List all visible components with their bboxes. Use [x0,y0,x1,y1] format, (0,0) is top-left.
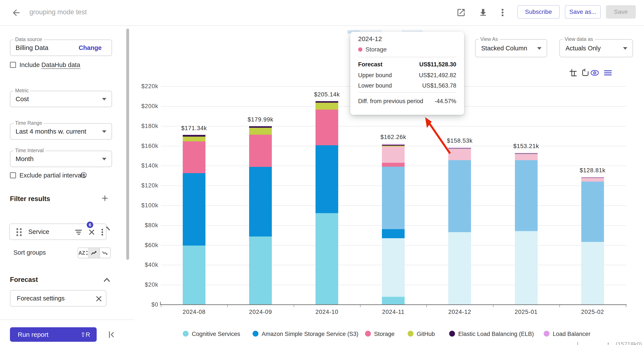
bar-segment-github[interactable] [316,103,338,110]
report-builder-app: grouping mode test Subscribe Save as... … [0,0,644,345]
legend-label-amazon-simple-storage-service-s3-[interactable]: Amazon Simple Storage Service (S3) [262,331,358,338]
legend-label-elastic-load-balancing-elb-[interactable]: Elastic Load Balancing (ELB) [458,331,534,338]
chevron-down-icon [623,47,627,50]
y-axis-tick-label: $0 [128,301,158,308]
bar-segment-storage[interactable] [382,147,404,163]
bar-segment-amazon-simple-storage-service-s3-[interactable] [581,182,604,242]
bar-segment-elastic-load-balancing-elb-[interactable] [382,145,404,146]
legend-dot-amazon-simple-storage-service-s3-[interactable] [252,331,258,337]
bar-segment-amazon-simple-storage-service-s3-[interactable] [183,173,206,245]
x-axis-tick [294,305,294,307]
report-title[interactable]: grouping mode test [30,8,87,16]
bar-segment-amazon-simple-storage-service-s3-[interactable] [515,160,538,231]
footer-partial-text: l t (15718k0) [571,341,644,345]
x-axis-tick [227,305,228,307]
bar-segment-cognitive-services[interactable] [316,213,338,305]
bar-segment-amazon-simple-storage-service-s3-[interactable] [382,167,404,229]
bar-segment-storage[interactable] [581,178,604,182]
bar-segment-cognitive-services[interactable] [382,297,404,305]
column-total-label: $128.81k [573,167,612,174]
back-button[interactable] [11,8,21,18]
legend-label-github[interactable]: GitHub [417,331,435,338]
tooltip-period: 2024-12 [358,35,382,42]
tooltip-row-value: US$11,528.30 [419,61,456,68]
subscribe-label: Subscribe [525,8,552,15]
diff-value: -44.57% [434,98,456,105]
bar-segment-github[interactable] [183,137,206,141]
bar-segment-load-balancer[interactable] [581,177,604,177]
y-axis-tick-label: $80k [128,222,158,229]
x-axis-category-label: 2025-01 [507,309,546,315]
bar-segment-amazon-simple-storage-service-s3-[interactable] [448,160,471,232]
bar-segment-storage[interactable] [316,110,338,145]
subscribe-button[interactable]: Subscribe [517,5,560,18]
bar-segment-cognitive-services[interactable] [515,231,538,305]
bar-segment-cognitive-services[interactable] [249,237,272,305]
legend-label-load-balancer[interactable]: Load Balancer [553,331,590,338]
legend-dot-cognitive-services[interactable] [183,331,188,337]
bar-segment-storage[interactable] [183,141,206,173]
column-total-label: $171.34k [175,125,214,132]
bar-segment-amazon-simple-storage-service-s3-[interactable] [316,145,338,213]
bar-segment-load-balancer[interactable] [515,153,538,153]
bar-segment-storage[interactable] [382,163,404,167]
bar-segment-amazon-simple-storage-service-s3-[interactable] [382,229,404,238]
legend-dot-storage[interactable] [365,331,371,337]
visibility-eye-icon[interactable] [590,69,599,76]
tooltip-series-row: Storage [358,46,387,53]
x-axis-category-label: 2024-11 [374,309,413,315]
diff-label: Diff. from previous period [358,98,423,105]
chevron-down-icon [537,47,542,50]
bar-segment-load-balancer[interactable] [382,144,404,145]
legend-label-cognitive-services[interactable]: Cognitive Services [192,331,240,338]
column-total-label: $162.26k [374,134,413,140]
bar-segment-amazon-simple-storage-service-s3-[interactable] [249,167,272,237]
x-axis-tick [560,305,560,307]
bar-segment-elastic-load-balancing-elb-[interactable] [249,126,272,128]
bar-segment-storage[interactable] [515,154,538,160]
tooltip-row-label: Forecast [358,61,382,68]
y-axis-tick-label: $160k [128,143,158,149]
stacked-column-chart: $0$20k$40k$60k$80k$100k$120k$140k$160k$1… [0,25,644,345]
reset-zoom-icon[interactable] [581,69,589,76]
save-as-button[interactable]: Save as... [565,5,601,18]
bar-segment-github[interactable] [249,128,272,135]
open-in-new-button[interactable] [456,8,466,17]
more-menu-button[interactable] [500,8,505,17]
bar-segment-elastic-load-balancing-elb-[interactable] [183,135,206,137]
download-button[interactable] [478,8,488,17]
save-button[interactable]: Save [606,5,636,18]
bar-segment-github[interactable] [382,146,404,147]
footer-fragment: (15718k0) [616,341,642,345]
tooltip-diff-row: Diff. from previous period -44.57% [358,98,456,105]
legend-dot-github[interactable] [408,331,414,337]
legend-dot-load-balancer[interactable] [544,331,550,337]
chart-tooltip: 2024-12 Storage ForecastUS$11,528.30Uppe… [350,32,464,115]
view-data-as-select[interactable]: View data as Actuals Only [560,39,633,57]
legend-dot-elastic-load-balancing-elb-[interactable] [449,331,455,337]
y-axis-tick-label: $180k [128,123,158,129]
x-axis-category-label: 2024-09 [241,309,280,315]
x-axis-category-label: 2025-02 [573,309,612,315]
bar-segment-cognitive-services[interactable] [581,242,604,305]
bar-segment-elastic-load-balancing-elb-[interactable] [581,177,604,178]
kebab-menu-icon [500,8,505,17]
bar-segment-elastic-load-balancing-elb-[interactable] [316,101,338,103]
zoom-selection-icon[interactable] [569,69,577,76]
bar-segment-cognitive-services[interactable] [183,246,206,305]
bar-segment-cognitive-services[interactable] [382,238,404,297]
bar-segment-elastic-load-balancing-elb-[interactable] [515,153,538,154]
tooltip-row-forecast: ForecastUS$11,528.30 [358,61,456,68]
footer-fragment: t [608,341,609,345]
column-total-label: $153.21k [507,143,546,150]
bar-segment-storage[interactable] [249,135,272,167]
tooltip-row-lower-bound: Lower boundUS$1,563.78 [358,82,456,89]
legend-label-storage[interactable]: Storage [374,331,395,338]
view-as-select[interactable]: View As Stacked Column [475,39,547,57]
bar-segment-cognitive-services[interactable] [448,232,471,305]
tooltip-divider [358,92,456,92]
x-axis-tick [493,305,494,307]
view-data-as-label: View data as [563,36,595,42]
x-axis-tick [626,305,626,307]
chart-menu-icon[interactable] [604,70,612,76]
